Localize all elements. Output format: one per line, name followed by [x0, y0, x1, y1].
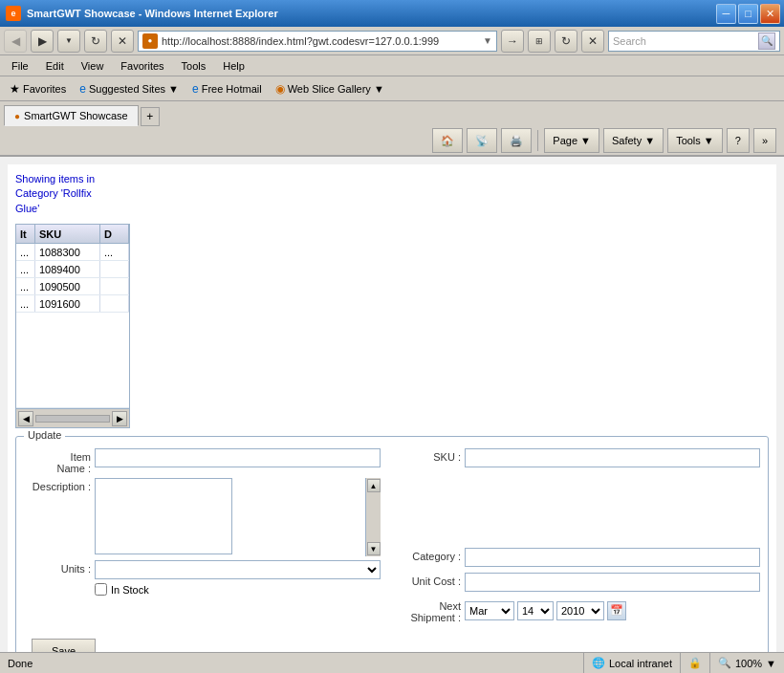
table-row[interactable]: ... 1089400 [16, 261, 129, 278]
menu-tools[interactable]: Tools [174, 58, 214, 74]
back-button[interactable]: ◀ [4, 30, 27, 53]
form-actions: Save [24, 631, 760, 652]
web-slice-gallery-button[interactable]: ◉ Web Slice Gallery ▼ [272, 80, 388, 98]
free-hotmail-button[interactable]: e Free Hotmail [188, 80, 266, 98]
table-row [16, 313, 129, 408]
cell-sku-3: 1090500 [35, 278, 100, 294]
scroll-right-button[interactable]: ▶ [112, 411, 127, 426]
scroll-thumb[interactable] [35, 415, 110, 423]
zoom-arrow: ▼ [766, 658, 776, 669]
units-label: Units : [24, 560, 91, 575]
zoom-segment[interactable]: 🔍 100% ▼ [709, 653, 784, 673]
form-legend: Update [24, 429, 65, 441]
menu-favorites[interactable]: Favorites [113, 58, 171, 74]
menu-view[interactable]: View [74, 58, 112, 74]
table-row[interactable]: ... 1090500 [16, 278, 129, 295]
menu-help[interactable]: Help [215, 58, 252, 74]
category-input[interactable] [465, 548, 760, 567]
table-row[interactable]: ... 1088300 ... [16, 244, 129, 261]
units-select[interactable] [95, 560, 381, 579]
year-select[interactable]: 2010 [556, 601, 604, 620]
toolbar-more-button[interactable]: » [753, 128, 776, 153]
cell-sku-2: 1089400 [35, 261, 100, 277]
month-select[interactable]: Mar [465, 601, 514, 620]
scroll-up-arrow[interactable]: ▲ [367, 479, 381, 492]
col-header-desc: D [100, 225, 129, 243]
compat-view-button[interactable]: ⊞ [528, 30, 551, 53]
grid-scroll-bar: ◀ ▶ [16, 408, 129, 427]
col-header-id: It [16, 225, 35, 243]
grid-body: ... 1088300 ... ... 1089400 ... 1090500 … [16, 244, 129, 408]
search-box[interactable]: Search 🔍 [608, 31, 780, 52]
new-tab-button[interactable]: + [141, 107, 160, 126]
cell-desc-1: ... [100, 244, 129, 260]
star-icon: ★ [10, 82, 20, 96]
lock-icon: 🔒 [688, 657, 702, 669]
search-button[interactable]: 🔍 [758, 33, 775, 50]
stop-button2[interactable]: ✕ [581, 30, 604, 53]
items-grid: It SKU D ... 1088300 ... ... 1089400 ...… [15, 224, 130, 428]
title-bar: e SmartGWT Showcase - Windows Internet E… [0, 0, 784, 27]
minimize-button[interactable]: ─ [716, 4, 736, 24]
description-scrollbar: ▲ ▼ [365, 478, 381, 556]
print-button[interactable]: 🖨️ [501, 128, 532, 153]
favorites-button[interactable]: ★ Favorites [6, 80, 70, 98]
stop-button[interactable]: ✕ [111, 30, 134, 53]
suggested-sites-label: Suggested Sites ▼ [89, 83, 179, 95]
home-button[interactable]: 🏠 [432, 128, 463, 153]
table-row[interactable]: ... 1091600 [16, 295, 129, 313]
zone-segment: 🌐 Local intranet [583, 653, 680, 673]
refresh-button2[interactable]: ↻ [555, 30, 577, 53]
web-slice-label: Web Slice Gallery ▼ [288, 83, 384, 95]
tab-smartgwt[interactable]: ● SmartGWT Showcase [4, 105, 139, 126]
address-dropdown-arrow[interactable]: ▼ [483, 35, 492, 46]
save-button[interactable]: Save [32, 639, 96, 652]
ie-icon: e [6, 6, 21, 21]
menu-bar: File Edit View Favorites Tools Help [0, 55, 784, 76]
help-icon: ? [735, 135, 741, 146]
zone-icon: 🌐 [592, 657, 605, 669]
unit-cost-label: Unit Cost : [403, 573, 461, 587]
feeds-button[interactable]: 📡 [467, 128, 497, 153]
in-stock-label: In Stock [111, 584, 149, 596]
cell-id-2: ... [16, 261, 35, 277]
hotmail-icon: e [192, 82, 199, 96]
address-box[interactable]: ● http://localhost:8888/index.html?gwt.c… [138, 31, 497, 52]
close-button[interactable]: ✕ [760, 4, 780, 24]
safety-label: Safety ▼ [612, 135, 655, 146]
in-stock-checkbox[interactable] [95, 583, 107, 596]
day-select[interactable]: 14 [517, 601, 554, 620]
calendar-button[interactable]: 📅 [607, 601, 626, 620]
grid-header: It SKU D [16, 225, 129, 244]
web-slice-icon: ◉ [275, 82, 285, 96]
scroll-left-button[interactable]: ◀ [18, 411, 33, 426]
cell-sku-4: 1091600 [35, 295, 100, 312]
address-text: http://localhost:8888/index.html?gwt.cod… [162, 35, 479, 47]
search-placeholder: Search [613, 35, 754, 47]
item-name-input[interactable] [95, 448, 381, 467]
description-input[interactable] [95, 478, 232, 554]
safety-button[interactable]: Safety ▼ [603, 128, 664, 153]
unit-cost-input[interactable] [465, 573, 760, 592]
sku-input[interactable] [465, 448, 760, 467]
window-title: SmartGWT Showcase - Windows Internet Exp… [27, 8, 278, 19]
category-row: Category : [403, 548, 760, 567]
help-button[interactable]: ? [727, 128, 750, 153]
forward-button[interactable]: ▶ [31, 30, 54, 53]
next-shipment-row: NextShipment : Mar 14 2010 📅 [403, 597, 760, 623]
menu-edit[interactable]: Edit [38, 58, 72, 74]
maximize-button[interactable]: □ [738, 4, 758, 24]
page-button[interactable]: Page ▼ [544, 128, 599, 153]
go-to-button[interactable]: → [501, 30, 524, 53]
lock-segment: 🔒 [680, 653, 709, 673]
cell-desc-3 [100, 278, 129, 294]
content-area: Showing items inCategory 'RollfixGlue' I… [0, 157, 784, 652]
recent-pages-button[interactable]: ▼ [57, 30, 80, 53]
suggested-sites-button[interactable]: e Suggested Sites ▼ [76, 80, 183, 98]
scroll-down-arrow[interactable]: ▼ [367, 542, 381, 555]
tools-button[interactable]: Tools ▼ [667, 128, 723, 153]
favorites-label: Favorites [23, 83, 66, 95]
menu-file[interactable]: File [4, 58, 36, 74]
toolbar-row: 🏠 📡 🖨️ Page ▼ Safety ▼ Tools ▼ ? » [0, 126, 784, 157]
refresh-button[interactable]: ↻ [84, 30, 107, 53]
